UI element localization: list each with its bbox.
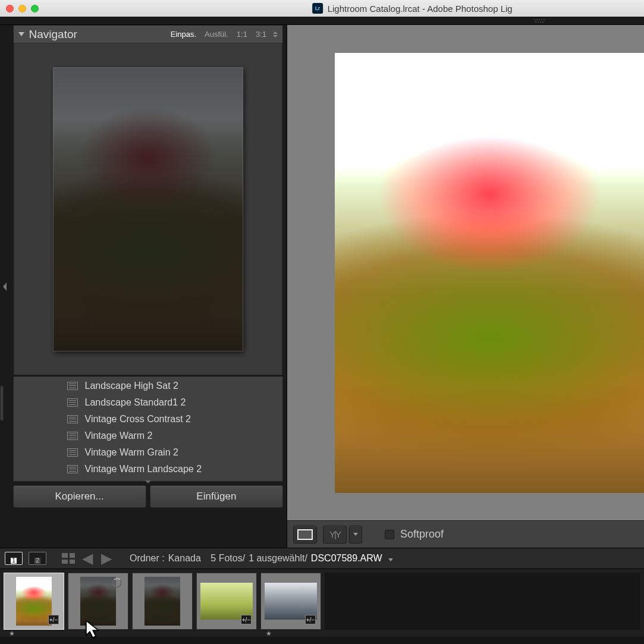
breadcrumb[interactable]: Ordner : Kanada 5 Fotos/ 1 ausgewählt/ D…: [130, 553, 393, 564]
close-window-button[interactable]: [6, 5, 14, 12]
svg-marker-0: [3, 282, 7, 291]
grid-view-icon[interactable]: [62, 553, 75, 564]
nav-forward-button[interactable]: ▶: [100, 551, 113, 566]
preset-icon: [67, 398, 78, 407]
window-controls: [6, 5, 39, 12]
edit-badge-icon: +/−: [305, 615, 316, 624]
preset-label: Vintage Cross Contrast 2: [85, 414, 191, 425]
preset-item[interactable]: Vintage Warm Grain 2: [14, 444, 282, 461]
thumbnail[interactable]: [265, 583, 317, 620]
zoom-fill[interactable]: Ausfül.: [200, 30, 233, 39]
selected-count: 1 ausgewählt/: [249, 553, 307, 564]
preset-label: Landscape Standard1 2: [85, 397, 186, 408]
left-panel: Navigator Einpas. Ausfül. 1:1 3:1: [10, 25, 287, 548]
preset-icon: [67, 415, 78, 423]
preset-item[interactable]: Landscape Standard1 2: [14, 394, 282, 411]
preset-label: Vintage Warm Landscape 2: [85, 464, 202, 475]
before-after-button[interactable]: Y|Y: [323, 526, 347, 544]
navigator-crop-indicator[interactable]: [53, 67, 243, 351]
filmstrip[interactable]: +/− ★ +/− +/− ★: [0, 569, 644, 637]
preset-item[interactable]: Vintage Cross Contrast 2: [14, 411, 282, 428]
monitor-2-label: 2: [34, 558, 40, 564]
paste-button[interactable]: Einfügen: [150, 485, 283, 508]
nav-back-button[interactable]: ◀: [81, 551, 94, 566]
folder-label: Ordner :: [130, 553, 165, 564]
chevron-down-icon[interactable]: [388, 558, 393, 561]
disclosure-triangle-icon[interactable]: [18, 32, 24, 36]
photo-count: 5 Fotos/: [211, 553, 245, 564]
copy-button[interactable]: Kopieren...: [13, 485, 146, 508]
zoom-window-button[interactable]: [31, 5, 39, 12]
preset-item[interactable]: Vintage Warm Landscape 2: [14, 461, 282, 477]
zoom-3-1[interactable]: 3:1: [252, 30, 271, 39]
preset-item[interactable]: Vintage Warm 2: [14, 428, 282, 444]
preset-buttons-row: Kopieren... Einfügen: [10, 482, 287, 511]
zoom-stepper[interactable]: [273, 32, 278, 37]
loading-spinner-icon: [112, 578, 122, 588]
folder-name: Kanada: [168, 553, 201, 564]
app-frame: Navigator Einpas. Ausfül. 1:1 3:1: [0, 17, 644, 644]
monitor-1-label: 1: [11, 558, 17, 564]
preset-label: Vintage Warm Grain 2: [85, 447, 178, 458]
navigator-preview-area[interactable]: [14, 43, 282, 375]
image-toolbar: Y|Y Softproof: [287, 520, 644, 548]
filmstrip-header: 1 2 ◀ ▶ Ordner : Kanada 5 Fotos/ 1 ausge…: [0, 548, 644, 569]
primary-monitor-button[interactable]: 1: [5, 552, 23, 565]
filmstrip-cell[interactable]: +/−: [196, 573, 257, 630]
window-title-text: Lightroom Catalog.lrcat - Adobe Photosho…: [328, 4, 513, 14]
zoom-1-1[interactable]: 1:1: [233, 30, 252, 39]
window-title: Lr Lightroom Catalog.lrcat - Adobe Photo…: [312, 3, 513, 14]
preset-item[interactable]: Landscape High Sat 2: [14, 378, 282, 394]
preset-icon: [67, 465, 78, 473]
filmstrip-cell[interactable]: [68, 573, 128, 630]
navigator-panel: Navigator Einpas. Ausfül. 1:1 3:1: [13, 25, 283, 376]
filmstrip-bottom-edge: [0, 637, 644, 644]
navigator-header[interactable]: Navigator Einpas. Ausfül. 1:1 3:1: [14, 26, 282, 43]
presets-panel: Landscape High Sat 2 Landscape Standard1…: [13, 376, 283, 482]
softproof-checkbox[interactable]: [385, 530, 394, 539]
lightroom-icon: Lr: [312, 3, 323, 14]
thumbnail[interactable]: [200, 583, 253, 620]
edit-badge-icon: +/−: [241, 615, 252, 624]
preset-icon: [67, 382, 78, 390]
secondary-monitor-button[interactable]: 2: [29, 552, 46, 565]
edit-badge-icon: +/−: [48, 615, 59, 624]
loupe-view-button[interactable]: [293, 526, 317, 544]
zoom-fit[interactable]: Einpas.: [167, 30, 200, 39]
before-after-menu[interactable]: [349, 526, 362, 544]
preset-icon: [67, 432, 78, 440]
preset-label: Vintage Warm 2: [85, 431, 153, 441]
thumbnail[interactable]: [80, 577, 116, 626]
softproof-label[interactable]: Softproof: [400, 528, 444, 541]
main-image[interactable]: [335, 53, 644, 493]
navigator-title: Navigator: [29, 28, 77, 41]
thumbnail[interactable]: [144, 577, 180, 626]
filmstrip-cell[interactable]: +/− ★: [260, 573, 321, 630]
thumbnail[interactable]: [16, 577, 52, 626]
chevron-down-icon: [353, 533, 358, 536]
rating-star: ★: [9, 630, 15, 637]
filmstrip-empty: [325, 573, 640, 630]
macos-titlebar: Lr Lightroom Catalog.lrcat - Adobe Photo…: [0, 0, 644, 17]
minimize-window-button[interactable]: [18, 5, 26, 12]
top-edge[interactable]: [0, 17, 644, 25]
left-panel-collapse-handle[interactable]: [0, 25, 10, 548]
loupe-canvas[interactable]: [287, 25, 644, 520]
main-view: Y|Y Softproof: [287, 25, 644, 548]
filmstrip-cell[interactable]: +/− ★: [4, 573, 64, 630]
yy-icon: Y|Y: [327, 529, 343, 539]
navigator-thumbnail[interactable]: [53, 67, 243, 351]
rating-star: ★: [266, 630, 272, 637]
preset-icon: [67, 448, 78, 457]
current-filename: DSC07589.ARW: [311, 553, 382, 564]
preset-label: Landscape High Sat 2: [85, 381, 178, 391]
rect-icon: [297, 529, 313, 540]
filmstrip-cell[interactable]: [132, 573, 193, 630]
left-panel-resize-handle[interactable]: [0, 385, 4, 421]
